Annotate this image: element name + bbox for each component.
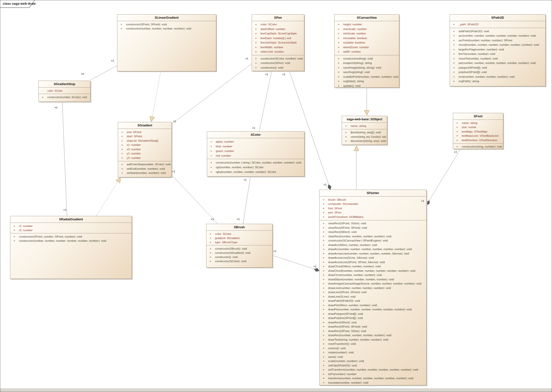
attr-row[interactable]: +size: numer xyxy=(453,125,503,130)
attr-row[interactable]: +textBaseLine: STextBaseLine xyxy=(453,134,503,138)
composition-connector[interactable] xyxy=(429,150,460,200)
method-row[interactable]: +setEnd(number, number): void xyxy=(118,166,171,171)
method-row[interactable]: +drawLine(SPoint, SPoint): void xyxy=(320,290,426,295)
attr-row[interactable]: +r2: number xyxy=(10,228,132,232)
method-row[interactable]: +svgData(): string xyxy=(335,79,399,84)
method-row[interactable]: +drawPie(SRect, number, number): void xyxy=(320,303,426,307)
attr-row[interactable]: +pen: SPen xyxy=(320,211,426,215)
method-row[interactable]: +pie(number, number, number, number, num… xyxy=(450,61,545,65)
attr-row[interactable]: +lineCapStyle: SLineCapStyle xyxy=(252,31,304,36)
method-row[interactable]: +constructor(): void xyxy=(206,255,272,259)
method-row[interactable]: +toPx(number): number xyxy=(320,372,426,376)
method-row[interactable]: +constructor(number, number, number, num… xyxy=(117,26,216,30)
class-SBrush[interactable]: SBrush+color: SColor+gradient: SGradient… xyxy=(206,224,273,268)
association-connector[interactable] xyxy=(91,66,117,80)
attr-row[interactable]: +y2: number xyxy=(118,156,171,160)
attr-row[interactable]: +alpha: number xyxy=(207,139,304,144)
method-row[interactable]: +constructor(string, number): void xyxy=(453,145,503,149)
class-SColor[interactable]: SColor+alpha: number+blue: number+green:… xyxy=(207,131,305,177)
attr-row[interactable]: +lineWidth: number xyxy=(252,45,304,50)
method-row[interactable]: +svgPath(): string xyxy=(450,79,545,84)
method-row[interactable]: +drawPie(number, number, number, number,… xyxy=(320,307,426,312)
attr-row[interactable]: +wheelZoom: number xyxy=(335,45,399,50)
method-row[interactable]: +constructor(SColor, number): void xyxy=(252,56,304,61)
method-row[interactable]: +drawText(string, number, number, number… xyxy=(320,337,426,342)
class-SGradient[interactable]: SGradient+end: SPoint+start: SPoint+stop… xyxy=(118,122,172,177)
attr-row[interactable]: +end: SPoint xyxy=(118,130,171,134)
realization-connector[interactable] xyxy=(96,182,118,216)
attr-row[interactable]: +color: SColor xyxy=(252,22,304,27)
attr-row[interactable]: +minScale: number xyxy=(335,31,399,36)
method-row[interactable]: +constructor(SPoint, SPoint): void xyxy=(117,22,216,26)
method-row[interactable]: +drawImage(CanvasImageSource, number, nu… xyxy=(320,282,426,286)
attr-row[interactable]: +width: number xyxy=(335,49,399,54)
method-row[interactable]: +drawArc(SRect, number, number): void xyxy=(320,243,426,247)
class-SFont[interactable]: SFont+name: string+size: numer+textAlign… xyxy=(453,113,503,149)
method-row[interactable]: +addColorStop(number, SColor): void xyxy=(118,162,171,167)
method-row[interactable]: +moveTo(number, number): void xyxy=(450,56,545,61)
method-row[interactable]: +drawRect(number, number, number, number… xyxy=(320,333,426,338)
method-row[interactable]: +clearRect(number, number, number, numbe… xyxy=(320,234,426,239)
attr-row[interactable]: +gradient: SGradient xyxy=(206,236,272,240)
association-connector[interactable] xyxy=(259,71,272,131)
method-row[interactable]: +drawPath(SPath2D): void xyxy=(320,299,426,303)
association-connector[interactable] xyxy=(62,102,67,216)
method-row[interactable]: +addPath(SPath2D): void xyxy=(450,29,545,34)
attr-row[interactable]: +red: number xyxy=(207,153,304,158)
class-SLinearGradient[interactable]: SLinearGradient+constructor(SPoint, SPoi… xyxy=(117,14,216,71)
method-row[interactable]: +rect(number, number, number, number): v… xyxy=(450,75,545,79)
attr-row[interactable]: +name: string xyxy=(453,121,503,125)
method-row[interactable]: +scaleByPoint(number, number, number): v… xyxy=(335,75,399,79)
class-SPath2D[interactable]: SPath2D+_path: SPath2D+addPath(SPath2D):… xyxy=(450,14,546,86)
class-SGradientStop[interactable]: SGradientStop-color: SColor+constructor(… xyxy=(38,81,91,102)
method-row[interactable]: +constructor(SPoint, number, SPoint, num… xyxy=(10,234,132,239)
attr-row[interactable]: +type: SBrushType xyxy=(206,240,272,244)
method-row[interactable]: +largeArcFlag(number, number): void xyxy=(450,47,545,52)
method-row[interactable]: +constructor(SColor): void xyxy=(206,259,272,263)
method-row[interactable]: +drawRect(SPoint, SPoint): void xyxy=(320,325,426,329)
method-row[interactable]: +arc(number, number, number, number, num… xyxy=(450,33,545,38)
class-SPen[interactable]: SPen+color: SColor+dashOffset: number+li… xyxy=(252,14,304,71)
method-row[interactable]: +constructor(string): void xyxy=(335,56,399,61)
attr-row[interactable]: +dashOffset: number xyxy=(252,27,304,31)
class-SRadialGradient[interactable]: SRadialGradient+r1: number+r2: number+co… xyxy=(10,216,132,279)
method-row[interactable]: +clearRect(SPoint, SPoint): void xyxy=(320,226,426,230)
method-row[interactable]: +clearRect(SPoint, SSize): void xyxy=(320,221,426,226)
method-row[interactable]: +disconnect(string, any): void xyxy=(342,139,387,143)
attr-row[interactable]: +r1: number xyxy=(10,224,132,228)
method-row[interactable]: +drawRect(SRect): void xyxy=(320,320,426,325)
realization-connector[interactable] xyxy=(152,72,161,117)
attr-row[interactable]: +color: SColor xyxy=(206,232,272,236)
attr-row[interactable]: +lineJoinStyle: SLineJoinStyle xyxy=(252,40,304,45)
method-row[interactable]: +drawLine(number, number, number, number… xyxy=(320,286,426,290)
method-row[interactable]: +drawArrowLine(SLine, SArrow): void xyxy=(320,256,426,260)
method-row[interactable]: +arcPoint(number, number, number): SPoin… xyxy=(450,38,545,43)
attr-row[interactable]: +green: number xyxy=(207,149,304,153)
attr-row[interactable]: +font: SFont xyxy=(320,206,426,211)
method-row[interactable]: +connect(string, any, Function): void xyxy=(342,135,387,139)
method-row[interactable]: +polygon(SPoint[]): void xyxy=(450,65,545,70)
method-row[interactable]: +drawLine(SLine): void xyxy=(320,294,426,299)
method-row[interactable]: +rgb(number, number, number): SColor xyxy=(207,165,304,169)
method-row[interactable]: +drawCircle(number, number, number): voi… xyxy=(320,273,426,277)
association-connector[interactable] xyxy=(172,175,218,224)
method-row[interactable]: +chord(number, number, number, number, n… xyxy=(450,43,545,47)
method-row[interactable]: +saveImage(string, string): void xyxy=(335,65,399,70)
method-row[interactable]: +lineTo(number, number): void xyxy=(450,52,545,56)
method-row[interactable]: +rotate(number): void xyxy=(320,350,426,355)
method-row[interactable]: +transform(number, number, number, numbe… xyxy=(320,376,426,381)
attr-row[interactable]: +brush: SBrush xyxy=(320,197,426,202)
method-row[interactable]: +drawPolyline(SPoint[]): void xyxy=(320,316,426,320)
method-row[interactable]: +setClip(SPath2D): void xyxy=(320,363,426,368)
method-row[interactable]: +constructor(SBrush): void xyxy=(206,246,272,251)
method-row[interactable]: +scale(number, number): void xyxy=(320,359,426,363)
attr-row[interactable]: +x1: number xyxy=(118,143,171,147)
method-row[interactable]: +update(): void xyxy=(335,84,399,88)
class-SCanvasView[interactable]: SCanvasView+height: number+maxScale: num… xyxy=(334,14,399,88)
attr-row[interactable]: +height: number xyxy=(335,22,399,27)
attr-row[interactable]: +start: SPoint xyxy=(118,134,171,139)
method-row[interactable]: +drawPolygon(SPoint[]): void xyxy=(320,312,426,316)
attr-row[interactable]: +lineDash: number[] | null xyxy=(252,36,304,41)
method-row[interactable]: +restore(): void xyxy=(320,346,426,350)
composition-connector[interactable] xyxy=(273,256,314,269)
